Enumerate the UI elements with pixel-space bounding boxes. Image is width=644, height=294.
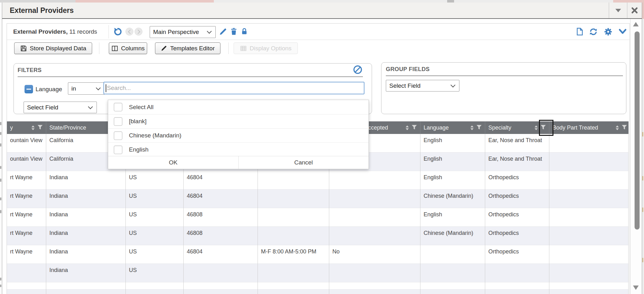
sort-icon[interactable] <box>616 125 619 130</box>
scroll-up-arrow-icon[interactable] <box>633 22 639 26</box>
table-cell-body-part-treated[interactable] <box>549 264 629 282</box>
table-cell-country[interactable]: US <box>126 245 184 264</box>
ok-button[interactable]: OK <box>108 156 238 169</box>
table-cell-body-part-treated[interactable] <box>549 171 629 190</box>
table-cell-specialty[interactable]: Orthopedics <box>485 245 549 264</box>
table-cell-language[interactable] <box>420 282 485 290</box>
table-row[interactable]: rt WayneIndianaUS46804M-F 8:00 AM-5:00 P… <box>7 245 629 264</box>
table-cell-body-part-treated[interactable] <box>549 153 629 171</box>
table-row[interactable] <box>7 282 629 290</box>
vertical-scrollbar[interactable] <box>630 19 641 294</box>
table-cell-city[interactable]: rt Wayne <box>7 245 46 264</box>
table-cell-office-hours[interactable] <box>258 290 329 294</box>
checkbox[interactable] <box>114 146 122 154</box>
table-cell-country[interactable] <box>126 282 184 290</box>
table-cell-specialty[interactable]: Ear, Nose and Throat <box>485 134 549 153</box>
table-cell-office-hours[interactable] <box>258 208 329 227</box>
column-header-body-part-treated[interactable]: Body Part Treated <box>549 121 629 134</box>
table-cell-city[interactable]: ountain View <box>7 134 46 153</box>
nav-back-button[interactable] <box>125 28 133 36</box>
table-cell-office-hours[interactable] <box>258 227 329 245</box>
table-cell-language[interactable]: English <box>420 153 485 171</box>
table-cell-state-province[interactable] <box>46 282 126 290</box>
new-record-button[interactable] <box>575 27 584 37</box>
add-filter-field-select[interactable]: Select Field <box>24 102 97 113</box>
edit-perspective-button[interactable] <box>219 27 227 37</box>
filter-icon[interactable] <box>412 125 417 131</box>
checkbox[interactable] <box>114 131 122 140</box>
table-cell-language[interactable] <box>420 245 485 264</box>
settings-button[interactable] <box>604 27 613 37</box>
table-cell-language[interactable]: English <box>420 134 485 153</box>
columns-button[interactable]: Columns <box>109 42 147 54</box>
templates-editor-button[interactable]: Templates Editor <box>155 42 220 54</box>
table-cell-postal-code[interactable] <box>184 264 258 282</box>
table-row[interactable]: IndianaUS <box>7 264 629 282</box>
cancel-button[interactable]: Cancel <box>238 156 369 169</box>
table-cell-office-hours[interactable] <box>258 264 329 282</box>
table-cell-postal-code[interactable] <box>184 290 258 294</box>
table-cell-specialty[interactable]: Orthopedics <box>485 208 549 227</box>
table-cell-state-province[interactable]: Indiana <box>46 171 126 190</box>
column-header-city[interactable]: y <box>7 121 46 134</box>
table-cell-specialty[interactable] <box>485 264 549 282</box>
table-cell-language[interactable]: Chinese (Mandarin) <box>420 190 485 208</box>
table-cell-city[interactable]: ountain View <box>7 153 46 171</box>
delete-perspective-button[interactable] <box>230 27 238 37</box>
table-cell-accepted[interactable] <box>329 282 420 290</box>
table-cell-specialty[interactable] <box>485 290 549 294</box>
table-cell-country[interactable] <box>126 290 184 294</box>
sort-icon[interactable] <box>406 125 409 130</box>
table-cell-language[interactable]: English <box>420 208 485 227</box>
table-cell-language[interactable] <box>420 290 485 294</box>
filter-search-input[interactable] <box>103 82 364 94</box>
table-cell-body-part-treated[interactable] <box>549 134 629 153</box>
undo-button[interactable] <box>113 27 123 37</box>
dropdown-option[interactable]: English <box>108 142 369 157</box>
table-cell-language[interactable]: Chinese (Mandarin) <box>420 227 485 245</box>
table-cell-specialty[interactable]: Orthopedics <box>485 227 549 245</box>
table-cell-body-part-treated[interactable] <box>549 227 629 245</box>
table-cell-country[interactable]: US <box>126 227 184 245</box>
table-cell-postal-code[interactable]: 46808 <box>184 208 258 227</box>
table-cell-accepted[interactable] <box>329 171 420 190</box>
dropdown-option[interactable]: Select All <box>108 100 369 114</box>
table-cell-country[interactable]: US <box>126 208 184 227</box>
table-cell-city[interactable]: rt Wayne <box>7 171 46 190</box>
table-cell-specialty[interactable]: Orthopedics <box>485 190 549 208</box>
table-cell-postal-code[interactable]: 46808 <box>184 227 258 245</box>
table-cell-accepted[interactable] <box>329 208 420 227</box>
table-cell-city[interactable] <box>7 282 46 290</box>
table-cell-country[interactable]: US <box>126 171 184 190</box>
table-cell-office-hours[interactable] <box>258 282 329 290</box>
table-cell-state-province[interactable]: Indiana <box>46 208 126 227</box>
scrollbar-thumb[interactable] <box>635 31 640 230</box>
table-cell-city[interactable]: rt Wayne <box>7 227 46 245</box>
clear-filters-button[interactable] <box>353 65 363 76</box>
filter-icon[interactable] <box>622 125 627 131</box>
table-cell-postal-code[interactable]: 46804 <box>184 171 258 190</box>
nav-forward-button[interactable] <box>135 28 142 36</box>
table-cell-city[interactable] <box>7 264 46 282</box>
sort-icon[interactable] <box>470 125 474 130</box>
table-cell-accepted[interactable] <box>329 290 420 294</box>
dialog-menu-button[interactable] <box>609 3 627 18</box>
table-row[interactable]: rt WayneIndianaUS46804Chinese (Mandarin)… <box>7 190 629 208</box>
table-cell-state-province[interactable]: Indiana <box>46 245 126 264</box>
table-row[interactable]: rt WayneIndianaUS46804EnglishOrthopedics <box>7 171 629 190</box>
table-cell-city[interactable] <box>7 290 46 294</box>
filter-operator-select[interactable]: in <box>68 82 105 95</box>
table-cell-postal-code[interactable] <box>184 282 258 290</box>
dropdown-option[interactable]: [blank] <box>108 114 369 128</box>
table-cell-accepted[interactable] <box>329 264 420 282</box>
dropdown-option[interactable]: Chinese (Mandarin) <box>108 128 369 142</box>
table-cell-city[interactable]: rt Wayne <box>7 190 46 208</box>
table-cell-country[interactable]: US <box>126 264 184 282</box>
sort-icon[interactable] <box>535 125 538 130</box>
table-cell-country[interactable]: US <box>126 190 184 208</box>
table-cell-accepted[interactable] <box>329 190 420 208</box>
dialog-close-button[interactable] <box>627 3 642 18</box>
table-cell-language[interactable]: English <box>420 171 485 190</box>
table-cell-specialty[interactable]: Orthopedics <box>485 171 549 190</box>
table-cell-city[interactable]: rt Wayne <box>7 208 46 227</box>
